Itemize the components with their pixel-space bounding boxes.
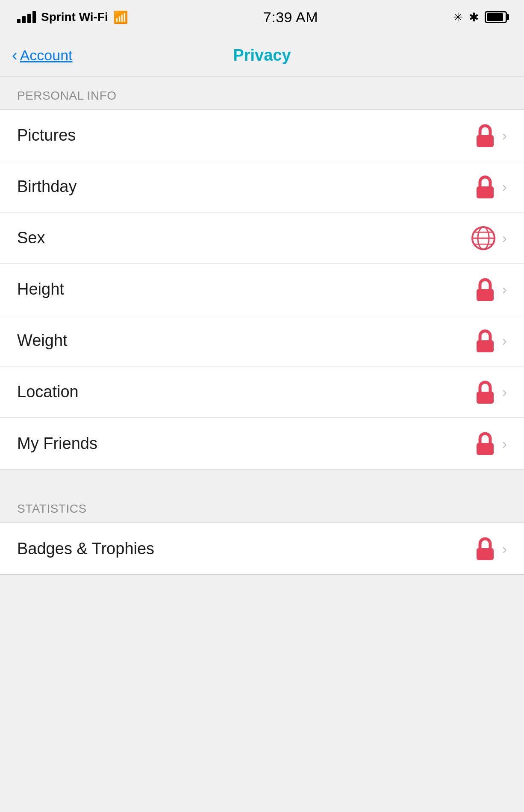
svg-rect-9: [477, 392, 494, 404]
pictures-right: ›: [474, 124, 507, 147]
badges-trophies-label: Badges & Trophies: [17, 540, 154, 558]
list-item[interactable]: Weight ›: [0, 315, 524, 366]
statistics-section: STATISTICS Badges & Trophies ›: [0, 490, 524, 575]
chevron-right-icon: ›: [502, 332, 507, 349]
personal-info-list: Pictures › Birthday › Sex: [0, 109, 524, 469]
my-friends-label: My Friends: [17, 434, 97, 453]
chevron-right-icon: ›: [502, 384, 507, 400]
height-right: ›: [474, 278, 507, 301]
carrier-label: Sprint Wi-Fi: [41, 10, 108, 24]
chevron-right-icon: ›: [502, 281, 507, 298]
list-item[interactable]: Location ›: [0, 366, 524, 418]
personal-info-section-header: PERSONAL INFO: [0, 77, 524, 109]
statistics-label: STATISTICS: [17, 502, 87, 515]
battery-fill: [487, 13, 503, 21]
signal-bar-3: [27, 14, 31, 23]
back-chevron-icon: ‹: [12, 46, 18, 65]
status-right: ✳ ✱: [453, 10, 507, 24]
chevron-right-icon: ›: [502, 230, 507, 246]
birthday-right: ›: [474, 175, 507, 198]
chevron-right-icon: ›: [502, 540, 507, 557]
svg-rect-8: [477, 340, 494, 352]
svg-rect-11: [477, 548, 494, 560]
section-gap: [0, 469, 524, 490]
signal-bar-4: [32, 11, 36, 23]
svg-rect-0: [477, 135, 494, 147]
list-item[interactable]: Height ›: [0, 264, 524, 315]
sex-right: ›: [471, 225, 507, 251]
svg-rect-10: [477, 443, 494, 455]
weight-right: ›: [474, 329, 507, 352]
lock-icon: [474, 537, 496, 560]
status-left: Sprint Wi-Fi 📶: [17, 10, 128, 24]
nav-bar: ‹ Account Privacy: [0, 34, 524, 77]
weight-label: Weight: [17, 331, 68, 350]
battery-icon: [485, 11, 507, 23]
pictures-label: Pictures: [17, 126, 76, 145]
personal-info-label: PERSONAL INFO: [17, 89, 117, 102]
location-label: Location: [17, 383, 79, 401]
signal-bar-2: [22, 16, 26, 23]
brightness-icon: ✳: [453, 10, 463, 24]
lock-icon: [474, 175, 496, 198]
lock-icon: [474, 329, 496, 352]
my-friends-right: ›: [474, 432, 507, 455]
lock-icon: [474, 278, 496, 301]
bluetooth-icon: ✱: [469, 10, 479, 24]
wifi-icon: 📶: [113, 10, 128, 24]
back-label: Account: [20, 47, 73, 64]
list-item[interactable]: My Friends ›: [0, 418, 524, 469]
status-bar: Sprint Wi-Fi 📶 7:39 AM ✳ ✱: [0, 0, 524, 34]
lock-icon: [474, 432, 496, 455]
chevron-right-icon: ›: [502, 435, 507, 452]
sex-label: Sex: [17, 229, 45, 247]
list-item[interactable]: Badges & Trophies ›: [0, 523, 524, 574]
globe-icon: [471, 225, 496, 251]
svg-rect-1: [477, 186, 494, 198]
badges-trophies-right: ›: [474, 537, 507, 560]
time-display: 7:39 AM: [263, 9, 318, 26]
statistics-list: Badges & Trophies ›: [0, 523, 524, 575]
page-title: Privacy: [233, 46, 291, 65]
location-right: ›: [474, 381, 507, 404]
signal-bars: [17, 11, 36, 23]
svg-rect-7: [477, 289, 494, 301]
statistics-section-header: STATISTICS: [0, 490, 524, 523]
signal-bar-1: [17, 19, 21, 23]
list-item[interactable]: Pictures ›: [0, 110, 524, 161]
list-item[interactable]: Birthday ›: [0, 161, 524, 213]
back-button[interactable]: ‹ Account: [12, 46, 73, 65]
birthday-label: Birthday: [17, 177, 77, 196]
lock-icon: [474, 381, 496, 404]
height-label: Height: [17, 280, 64, 298]
list-item[interactable]: Sex ›: [0, 213, 524, 264]
lock-icon: [474, 124, 496, 147]
chevron-right-icon: ›: [502, 178, 507, 195]
chevron-right-icon: ›: [502, 127, 507, 144]
